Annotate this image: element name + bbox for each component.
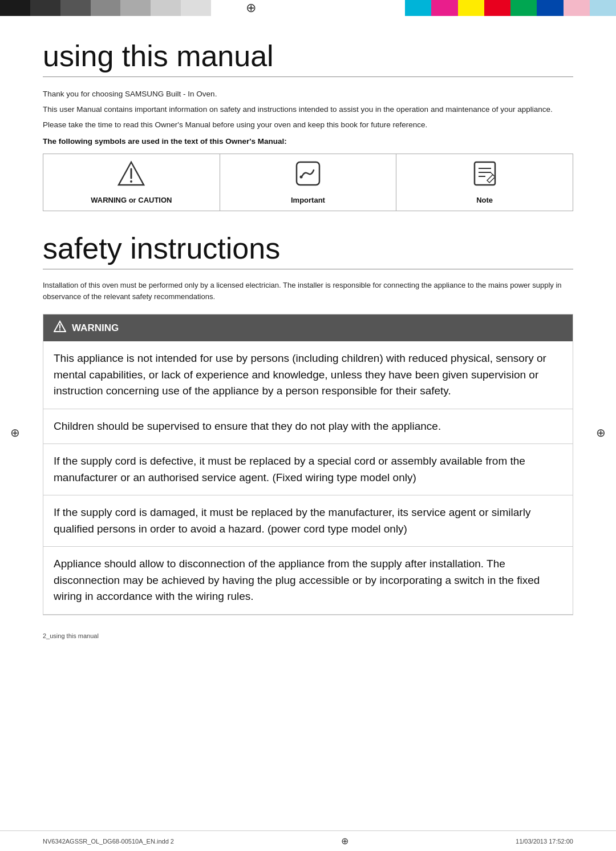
safety-intro: Installation of this oven must be perfor…: [43, 280, 573, 303]
section2-title: safety instructions: [43, 231, 573, 269]
color-bar-right: [405, 0, 616, 16]
symbol-cell-warning: WARNING or CAUTION: [43, 154, 220, 211]
svg-point-12: [59, 329, 60, 330]
warning-box: WARNING This appliance is not intended f…: [43, 314, 573, 615]
swatch-black6: [151, 0, 181, 16]
swatch-pink: [564, 0, 590, 16]
registration-mark-right: ⊕: [596, 426, 606, 439]
footer-filename: NV6342AGSSR_OL_DG68-00510A_EN.indd 2: [43, 838, 174, 845]
swatch-black3: [60, 0, 91, 16]
symbol-cell-important: Important: [220, 154, 396, 211]
svg-point-4: [299, 175, 302, 178]
symbol-label-warning: WARNING or CAUTION: [91, 196, 172, 204]
note-icon: [408, 160, 561, 192]
swatch-black7: [181, 0, 211, 16]
page-label: 2_using this manual: [43, 632, 573, 639]
intro-text-2: This user Manual contains important info…: [43, 104, 573, 116]
warning-triangle-icon: [54, 320, 66, 336]
svg-point-2: [130, 180, 132, 183]
warning-item-4: If the supply cord is damaged, it must b…: [43, 495, 573, 547]
warning-item-5: Appliance should allow to disconnection …: [43, 547, 573, 615]
color-bar-top: ⊕: [0, 0, 616, 16]
page-footer: NV6342AGSSR_OL_DG68-00510A_EN.indd 2 ⊕ 1…: [0, 830, 616, 851]
footer-reg-mark: ⊕: [341, 836, 348, 846]
color-bar-left: [0, 0, 211, 16]
warning-header-label: WARNING: [72, 322, 119, 334]
footer-date: 11/03/2013 17:52:00: [516, 838, 573, 845]
swatch-blue: [537, 0, 563, 16]
swatch-black1: [0, 0, 30, 16]
warning-item-2: Children should be supervised to ensure …: [43, 409, 573, 445]
symbol-cell-note: Note: [396, 154, 573, 211]
page-content: using this manual Thank you for choosing…: [0, 16, 616, 679]
swatch-black4: [91, 0, 121, 16]
warning-icon: [55, 160, 208, 192]
symbols-heading: The following symbols are used in the te…: [43, 137, 573, 146]
swatch-magenta: [431, 0, 457, 16]
warning-item-3: If the supply cord is defective, it must…: [43, 444, 573, 495]
symbol-label-important: Important: [291, 196, 325, 204]
registration-mark-top: ⊕: [246, 1, 256, 15]
intro-text-1: Thank you for choosing SAMSUNG Built - I…: [43, 88, 573, 100]
important-icon: [232, 160, 385, 192]
swatch-red: [484, 0, 510, 16]
symbol-table: WARNING or CAUTION Important: [43, 154, 573, 211]
swatch-lightblue: [590, 0, 616, 16]
swatch-black2: [30, 0, 60, 16]
swatch-cyan: [405, 0, 431, 16]
color-bar-center-reg: ⊕: [211, 0, 291, 16]
intro-text-3: Please take the time to read this Owner'…: [43, 119, 573, 131]
registration-mark-left: ⊕: [10, 426, 20, 439]
swatch-black5: [120, 0, 151, 16]
warning-item-1: This appliance is not intended for use b…: [43, 341, 573, 409]
symbol-label-note: Note: [476, 196, 493, 204]
swatch-yellow: [458, 0, 484, 16]
warning-header-bar: WARNING: [43, 314, 573, 341]
swatch-green: [510, 0, 537, 16]
section1-title: using this manual: [43, 39, 573, 77]
